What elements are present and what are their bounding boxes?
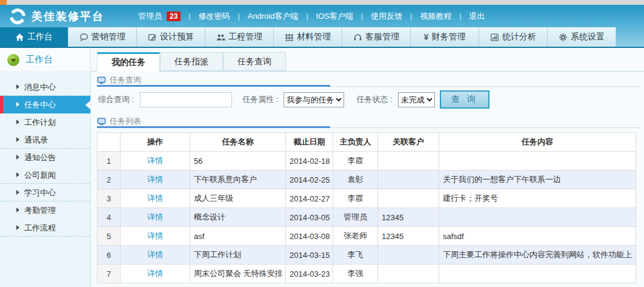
sidebar-item-工作流程[interactable]: 工作流程 — [0, 219, 90, 237]
nav-tab-label: 统计分析 — [502, 32, 536, 42]
nav-tab-统计分析[interactable]: 统计分析 — [479, 27, 548, 47]
gear-icon — [559, 33, 568, 42]
sidebar-item-学习中心[interactable]: 学习中心 — [0, 184, 90, 201]
task-name-cell: 成人三年级 — [190, 189, 286, 208]
deadline-cell: 2014-03-08 — [286, 227, 333, 246]
row-number: 6 — [98, 246, 121, 265]
owner-cell: 李飞 — [333, 246, 378, 265]
headset-icon — [353, 33, 362, 42]
monitor-icon — [97, 76, 106, 85]
table-row: 4详情概念设计2014-03-05管理员12345 — [98, 208, 636, 227]
header-link-退出[interactable]: 退出 — [469, 11, 485, 22]
row-number: 3 — [98, 189, 121, 208]
header-link-视频教程[interactable]: 视频教程 — [420, 11, 451, 22]
table-row: 5详情asf2014-03-08张老师12345safsdf — [98, 227, 636, 246]
nav-tab-label: 客服管理 — [365, 32, 399, 42]
task-name-cell: 周末公司聚会 无特殊安排 — [190, 265, 286, 283]
menu-separator — [188, 12, 190, 21]
search-button[interactable]: 查 询 — [440, 90, 490, 109]
action-cell: 详情 — [121, 246, 190, 265]
customer-cell — [378, 246, 439, 265]
orange-chip — [0, 0, 7, 5]
owner-cell: 张老师 — [333, 227, 378, 246]
detail-link[interactable]: 详情 — [147, 250, 163, 259]
task-table: 操作任务名称截止日期主负责人关联客户任务内容 1详情562014-02-18李霞… — [97, 132, 636, 283]
home-icon — [15, 33, 24, 42]
active-arrow-notch — [85, 101, 90, 109]
customer-cell: 12345 — [378, 227, 439, 246]
column-header-截止日期: 截止日期 — [286, 133, 333, 152]
nav-tab-label: 工程管理 — [228, 32, 262, 42]
sidebar-item-工作计划[interactable]: 工作计划 — [0, 113, 90, 131]
user-label: 管理员 — [138, 11, 162, 22]
grid-icon — [285, 33, 294, 42]
customer-cell — [378, 152, 439, 171]
tab-任务查询[interactable]: 任务查询 — [223, 52, 286, 71]
nav-tab-label: 设计预算 — [160, 32, 194, 42]
nav-tab-营销管理[interactable]: 营销管理 — [68, 27, 137, 47]
yen-icon: ¥ — [424, 33, 429, 42]
header-link-IOS客户端[interactable]: IOS客户端 — [316, 11, 353, 22]
keyword-input[interactable] — [140, 92, 232, 107]
top-strip — [0, 0, 644, 5]
tab-任务指派[interactable]: 任务指派 — [160, 52, 223, 71]
section-divider — [97, 86, 641, 87]
sidebar-item-考勤管理[interactable]: 考勤管理 — [0, 201, 90, 219]
owner-cell: 管理员 — [333, 208, 378, 227]
action-cell: 详情 — [121, 208, 190, 227]
detail-link[interactable]: 详情 — [147, 156, 163, 165]
detail-link[interactable]: 详情 — [147, 269, 163, 278]
task-content-cell: 建行卡；开奖号 — [439, 189, 636, 208]
column-header-关联客户: 关联客户 — [378, 133, 439, 152]
row-number: 5 — [98, 227, 121, 246]
app-title: 美佳装修平台 — [32, 9, 104, 24]
row-number: 1 — [98, 152, 121, 171]
sidebar-header-workbench[interactable]: 工作台 — [0, 48, 90, 72]
sidebar: 工作台 消息中心任务中心工作计划通讯录通知公告公司新闻学习中心考勤管理工作流程 — [0, 48, 91, 287]
sidebar-item-通知公告[interactable]: 通知公告 — [0, 149, 90, 166]
header-link-使用反馈[interactable]: 使用反馈 — [371, 11, 402, 22]
header-menu: 管理员 23 修改密码Android客户端IOS客户端使用反馈视频教程退出 — [138, 11, 485, 22]
header-link-修改密码[interactable]: 修改密码 — [198, 11, 230, 22]
menu-separator — [361, 12, 363, 21]
logo-swirl-icon — [8, 7, 27, 25]
row-number: 7 — [98, 265, 121, 283]
task-status-select[interactable]: 未完成 — [398, 92, 435, 107]
deadline-cell: 2014-02-27 — [286, 189, 333, 208]
task-name-cell: 56 — [190, 152, 286, 171]
task-name-cell: 下午联系意向客户 — [190, 171, 286, 189]
nav-tab-工作台[interactable]: 工作台 — [0, 27, 68, 47]
customer-cell — [378, 171, 439, 189]
nav-tab-工程管理[interactable]: 工程管理 — [205, 27, 274, 47]
detail-link[interactable]: 详情 — [147, 212, 163, 221]
nav-tab-财务管理[interactable]: ¥财务管理 — [411, 27, 479, 47]
users-icon — [216, 33, 225, 42]
user-menu[interactable]: 管理员 23 — [138, 11, 181, 22]
sidebar-item-消息中心[interactable]: 消息中心 — [0, 78, 90, 96]
deadline-cell: 2014-02-25 — [286, 171, 333, 189]
table-row: 2详情下午联系意向客户2014-02-25袁彰关于我们的一想客户下午联系一边 — [98, 171, 636, 189]
chat-icon — [79, 33, 88, 42]
table-row: 1详情562014-02-18李霞 — [98, 152, 636, 171]
owner-cell: 李霞 — [333, 189, 378, 208]
menu-separator — [459, 12, 461, 21]
menu-separator — [306, 12, 308, 21]
header-link-Android客户端[interactable]: Android客户端 — [248, 11, 299, 22]
sidebar-item-公司新闻[interactable]: 公司新闻 — [0, 166, 90, 184]
nav-tab-材料管理[interactable]: 材料管理 — [274, 27, 342, 47]
section-header-task-list: 任务列表 — [97, 116, 141, 127]
detail-link[interactable]: 详情 — [147, 231, 163, 240]
task-name-cell: asf — [190, 227, 286, 246]
sidebar-item-通讯录[interactable]: 通讯录 — [0, 131, 90, 149]
detail-link[interactable]: 详情 — [147, 175, 163, 184]
sidebar-item-任务中心[interactable]: 任务中心 — [0, 96, 90, 113]
tab-我的任务[interactable]: 我的任务 — [97, 52, 160, 72]
action-cell: 详情 — [121, 189, 190, 208]
nav-tab-系统设置[interactable]: 系统设置 — [548, 27, 616, 47]
nav-tab-label: 财务管理 — [431, 32, 465, 42]
logo-area[interactable]: 美佳装修平台 — [8, 7, 104, 25]
nav-tab-设计预算[interactable]: 设计预算 — [137, 27, 205, 47]
nav-tab-客服管理[interactable]: 客服管理 — [342, 27, 411, 47]
detail-link[interactable]: 详情 — [147, 194, 163, 203]
task-attr-select[interactable]: 我参与的任务 — [284, 92, 344, 107]
